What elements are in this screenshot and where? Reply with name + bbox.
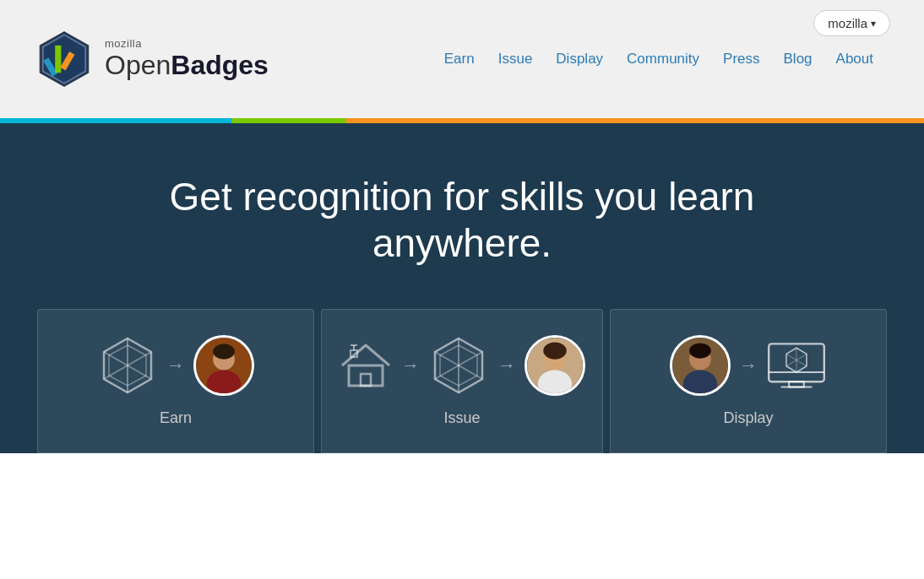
openbadges-logo-icon [34, 29, 95, 89]
display-arrow-icon: → [739, 354, 758, 376]
color-bar-blue [0, 118, 231, 123]
color-bar [0, 118, 924, 123]
logo-openbadges-text: OpenBadges [105, 50, 269, 81]
earn-arrow-icon: → [166, 354, 185, 376]
issue-card-label: Issue [443, 409, 480, 436]
logo-open: Open [105, 50, 171, 80]
color-bar-green [231, 118, 347, 123]
issue-person-avatar [525, 335, 585, 396]
logo-mozilla-text: mozilla [105, 37, 269, 50]
mozilla-button[interactable]: mozilla [813, 10, 890, 36]
nav-issue[interactable]: Issue [498, 51, 533, 68]
issue-card-icons: → → [339, 335, 585, 396]
logo-area: mozilla OpenBadges [34, 29, 269, 89]
earn-card-icons: → [97, 335, 254, 396]
main-nav: Earn Issue Display Community Press Blog … [444, 51, 873, 68]
nav-press[interactable]: Press [723, 51, 759, 68]
mozilla-button-label: mozilla [828, 16, 867, 30]
earn-person-avatar [193, 335, 254, 396]
svg-point-28 [543, 343, 567, 360]
svg-rect-3 [55, 46, 61, 73]
nav-about[interactable]: About [836, 51, 873, 68]
display-card-icons: → [670, 335, 827, 396]
svg-rect-16 [361, 374, 371, 386]
badge-hex-icon [97, 335, 158, 396]
issue-arrow2-icon: → [497, 354, 516, 376]
nav-community[interactable]: Community [627, 51, 699, 68]
issue-arrow1-icon: → [401, 354, 420, 376]
svg-point-14 [213, 344, 235, 360]
display-card-label: Display [723, 409, 773, 436]
earn-card-label: Earn [160, 409, 192, 436]
display-monitor-icon [766, 335, 827, 396]
hero-title: Get recognition for skills you learn any… [82, 174, 842, 267]
issue-badge-hex-icon [428, 335, 489, 396]
display-card[interactable]: → Display [610, 309, 887, 453]
display-person-avatar [670, 335, 731, 396]
header: mozilla mozilla OpenBadges Earn Issue [0, 0, 924, 118]
earn-card[interactable]: → Earn [37, 309, 314, 453]
hero-section: Get recognition for skills you learn any… [0, 123, 924, 453]
svg-rect-15 [349, 365, 383, 386]
logo-text: mozilla OpenBadges [105, 37, 269, 81]
house-icon [339, 338, 393, 392]
svg-point-32 [689, 344, 711, 359]
cards-row: → Earn [34, 309, 890, 453]
nav-blog[interactable]: Blog [784, 51, 813, 68]
issue-card[interactable]: → → [321, 309, 603, 453]
logo-badges: Badges [171, 50, 269, 80]
color-bar-orange [346, 118, 924, 123]
nav-earn[interactable]: Earn [444, 51, 475, 68]
nav-display[interactable]: Display [556, 51, 603, 68]
